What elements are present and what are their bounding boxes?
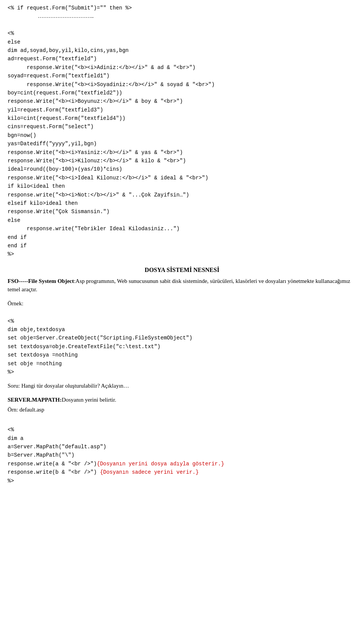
example-code: <% dim obje,textdosya set obje=Server.Cr… (8, 308, 356, 376)
code-dots: ………………………….. (8, 12, 356, 20)
fso-description: FSO-----File System Object:Asp programın… (8, 277, 356, 294)
code-line-1: <% if request.Form("Submit")="" then %> (8, 4, 356, 12)
example-label2: Örn: default.asp (8, 405, 356, 414)
section-title: DOSYA SİSTEMİ NESNESİ (8, 265, 356, 275)
code-else-block: <% else dim ad,soyad,boy,yil,kilo,cins,y… (8, 21, 356, 259)
example-code2: <% dim a a=Server.MapPath("default.asp")… (8, 417, 356, 485)
page-content: <% if request.Form("Submit")="" then %> … (8, 4, 356, 485)
fso-heading: FSO-----File System Object (8, 278, 74, 284)
question: Soru: Hangi tür dosyalar oluşturulabilir… (8, 382, 356, 390)
example-label: Örnek: (8, 299, 356, 308)
server-mappath-title: SERVER.MAPPATH:Dosyanın yerini belirtir. (8, 396, 356, 404)
